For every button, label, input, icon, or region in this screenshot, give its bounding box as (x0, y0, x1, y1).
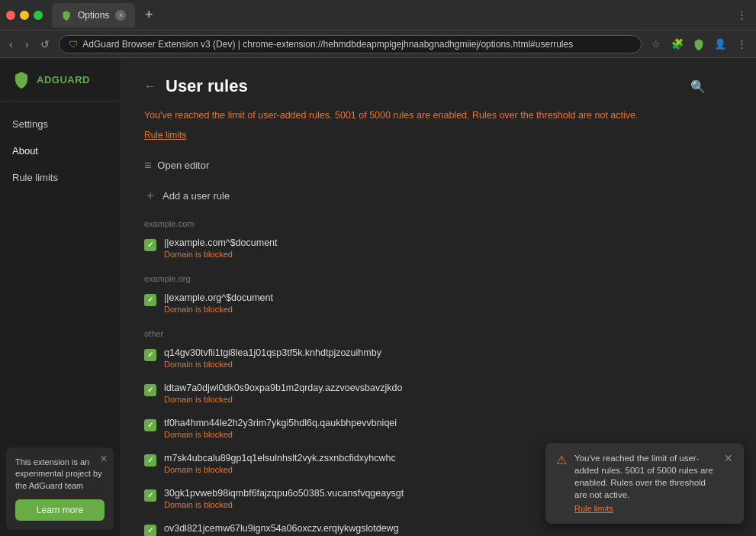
rule-item: ldtaw7a0djwl0dk0s9oxpa9b1m2qrday.azzvoev… (144, 379, 706, 407)
new-tab-button[interactable]: + (138, 5, 159, 26)
rule-group-label-example-org: example.org (144, 274, 706, 283)
address-text: AdGuard Browser Extension v3 (Dev) | chr… (82, 39, 573, 50)
warning-banner: You've reached the limit of user-added r… (144, 108, 706, 123)
rule-status: Domain is blocked (164, 395, 706, 404)
rule-text-block: ov3dl821jcemw67lu9ignx54a06oxczv.erqiykw… (164, 523, 706, 536)
toast-close-button[interactable]: ✕ (100, 454, 108, 464)
rule-checkbox[interactable] (144, 489, 156, 502)
minimize-window-button[interactable] (20, 11, 29, 20)
add-rule-icon: ＋ (144, 188, 156, 204)
browser-actions: ☆ 🧩 👤 ⋮ (648, 36, 750, 53)
learn-more-button[interactable]: Learn more (15, 499, 105, 521)
rule-checkbox[interactable] (144, 294, 156, 306)
rule-checkbox[interactable] (144, 454, 156, 467)
address-bar[interactable]: 🛡 AdGuard Browser Extension v3 (Dev) | c… (59, 35, 642, 53)
rule-text: tf0ha4hmn44le2h2y3rim7ykgi5hdl6q.qaukbhp… (164, 418, 706, 428)
extensions-icon[interactable]: 🧩 (669, 36, 686, 53)
tab-label: Options (78, 10, 109, 21)
sidebar: ADGUARD Settings About Rule limits ✕ Thi… (0, 58, 120, 536)
toast-warning-icon: ⚠ (556, 453, 567, 467)
bottom-toast-content: You've reached the limit of user-added r… (574, 452, 716, 515)
toast-text: This extension is an experimental projec… (15, 457, 105, 492)
rule-text-block: q14gv30tvfii1tgi8lea1j01qsp3tf5k.knhdtpj… (164, 347, 706, 369)
adguard-toolbar-icon[interactable] (690, 36, 707, 53)
back-nav-button[interactable]: ‹ (6, 35, 16, 53)
logo-text: ADGUARD (37, 74, 90, 86)
rule-text: ov3dl821jcemw67lu9ignx54a06oxczv.erqiykw… (164, 523, 706, 534)
rule-checkbox[interactable] (144, 239, 156, 251)
sidebar-item-about[interactable]: About (0, 137, 120, 164)
rule-text-block: ||example.org^$document Domain is blocke… (164, 292, 706, 314)
back-button[interactable]: ← (144, 79, 156, 93)
rule-checkbox[interactable] (144, 384, 156, 396)
bookmarks-icon[interactable]: ☆ (648, 36, 664, 53)
chrome-menu-dots[interactable]: ⋮ (733, 36, 750, 53)
rule-text-block: ldtaw7a0djwl0dk0s9oxpa9b1m2qrday.azzvoev… (164, 383, 706, 404)
rule-status: Domain is blocked (164, 250, 706, 259)
bottom-toast-close-button[interactable]: ✕ (724, 452, 733, 464)
rule-text: ||example.org^$document (164, 292, 706, 303)
tab-close-button[interactable]: × (115, 10, 126, 21)
page-header-left: ← User rules (144, 76, 248, 96)
profile-icon[interactable]: 👤 (712, 36, 729, 53)
traffic-lights (6, 11, 43, 20)
page-header: ← User rules 🔍 (144, 76, 706, 96)
rule-text-block: ||example.com^$document Domain is blocke… (164, 237, 706, 259)
rule-item: tf0ha4hmn44le2h2y3rim7ykgi5hdl6q.qaukbhp… (144, 415, 706, 442)
rule-group-label-example-com: example.com (144, 219, 706, 228)
open-editor-row[interactable]: ≡ Open editor (144, 156, 706, 176)
logo-shield-icon (12, 70, 31, 89)
rule-status: Domain is blocked (164, 430, 706, 439)
rule-item: q14gv30tvfii1tgi8lea1j01qsp3tf5k.knhdtpj… (144, 344, 706, 372)
close-window-button[interactable] (6, 11, 15, 20)
secure-icon: 🛡 (69, 39, 78, 50)
address-bar-row: ‹ › ↺ 🛡 AdGuard Browser Extension v3 (De… (0, 31, 756, 58)
rule-group-label-other: other (144, 329, 706, 338)
search-button[interactable]: 🔍 (690, 79, 706, 94)
maximize-window-button[interactable] (34, 11, 43, 20)
app-layout: ADGUARD Settings About Rule limits ✕ Thi… (0, 58, 756, 536)
rule-checkbox[interactable] (144, 419, 156, 431)
sidebar-toast: ✕ This extension is an experimental proj… (6, 447, 114, 530)
rule-item: ||example.org^$document Domain is blocke… (144, 289, 706, 317)
rule-item: ||example.com^$document Domain is blocke… (144, 234, 706, 262)
rule-status: Domain is blocked (164, 305, 706, 314)
rule-text: q14gv30tvfii1tgi8lea1j01qsp3tf5k.knhdtpj… (164, 347, 706, 358)
add-rule-label: Add a user rule (162, 190, 230, 202)
rule-text-block: tf0ha4hmn44le2h2y3rim7ykgi5hdl6q.qaukbhp… (164, 418, 706, 439)
open-editor-label: Open editor (157, 160, 209, 171)
main-content: ← User rules 🔍 You've reached the limit … (120, 58, 756, 536)
rule-checkbox[interactable] (144, 525, 156, 536)
tab-bar: Options × + (52, 3, 159, 27)
rule-text: ldtaw7a0djwl0dk0s9oxpa9b1m2qrday.azzvoev… (164, 383, 706, 393)
rule-limits-link[interactable]: Rule limits (144, 130, 186, 140)
bottom-toast-link[interactable]: Rule limits (574, 504, 613, 513)
page-title: User rules (166, 76, 248, 96)
open-editor-icon: ≡ (144, 159, 151, 173)
bottom-toast-text: You've reached the limit of user-added r… (574, 452, 716, 501)
add-rule-row[interactable]: ＋ Add a user rule (144, 185, 706, 207)
chrome-menu-icon[interactable]: ⋮ (733, 7, 750, 24)
rule-status: Domain is blocked (164, 360, 706, 369)
forward-nav-button[interactable]: › (22, 35, 32, 53)
sidebar-nav: Settings About Rule limits (0, 102, 120, 441)
options-tab[interactable]: Options × (52, 3, 135, 27)
sidebar-item-rule-limits[interactable]: Rule limits (0, 164, 120, 191)
bottom-toast: ⚠ You've reached the limit of user-added… (545, 443, 744, 524)
adguard-tab-icon (61, 10, 72, 21)
sidebar-logo: ADGUARD (0, 58, 120, 102)
chrome-frame: Options × + ⋮ (0, 0, 756, 31)
sidebar-item-settings[interactable]: Settings (0, 111, 120, 137)
rule-checkbox[interactable] (144, 349, 156, 361)
rule-text: ||example.com^$document (164, 237, 706, 248)
reload-button[interactable]: ↺ (37, 35, 53, 53)
